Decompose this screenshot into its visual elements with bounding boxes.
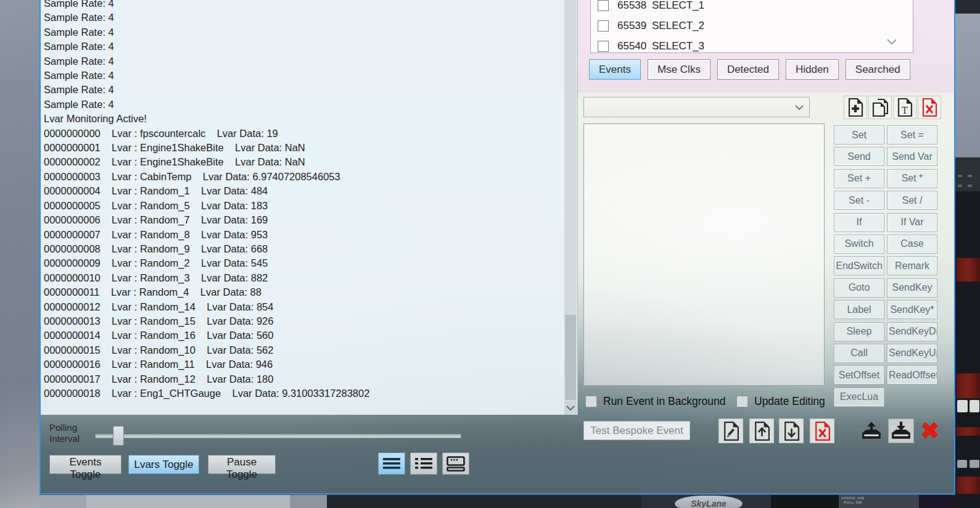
green-led (968, 185, 972, 187)
tab-mse-clks[interactable]: Mse Clks (648, 59, 710, 80)
list-item[interactable]: 65540 SELECT_3 (591, 36, 913, 53)
cockpit-photo-strip: SkyLane STATIC AIR PULL ON (39, 495, 955, 508)
action-case[interactable]: Case (887, 235, 937, 254)
log-scroll-down-button[interactable] (564, 401, 577, 415)
red-led-display (957, 373, 980, 398)
action-sendkey[interactable]: SendKey (887, 278, 937, 298)
action-set-mul[interactable]: Set * (887, 169, 937, 188)
action-remark[interactable]: Remark (887, 256, 937, 275)
tab-hidden[interactable]: Hidden (786, 59, 839, 80)
log-line: Lvar Monitoring Active! (44, 112, 369, 126)
list-item[interactable]: 65539 SELECT_2 (591, 16, 913, 35)
import-button[interactable] (859, 418, 884, 443)
log-scrollbar[interactable] (564, 0, 577, 415)
action-sleep[interactable]: Sleep (834, 322, 884, 341)
action-button-grid: Set Set = Send Send Var Set + Set * Set … (834, 125, 937, 407)
checkbox[interactable] (598, 41, 609, 52)
checkbox[interactable] (598, 0, 609, 11)
checkbox-label: Run Event in Background (603, 395, 725, 408)
skylane-badge: SkyLane (675, 496, 743, 508)
bespoke-event-listbox[interactable] (583, 123, 825, 386)
edit-document-icon (723, 422, 739, 441)
log-line: 0000000001 Lvar : Engine1ShakeBite Lvar … (44, 141, 369, 155)
run-event-background-checkbox[interactable] (585, 396, 597, 407)
photo-segment (327, 495, 641, 508)
action-call[interactable]: Call (834, 344, 884, 363)
log-line: 0000000003 Lvar : CabinTemp Lvar Data: 6… (44, 170, 369, 184)
log-scrollbar-thumb[interactable] (565, 315, 576, 400)
view-list-button[interactable] (410, 452, 437, 475)
desktop-background-left (0, 0, 39, 508)
avionics-photo-strip (955, 0, 980, 508)
screen: SkyLane STATIC AIR PULL ON Sample Rate: … (0, 0, 980, 508)
event-select-list[interactable]: 65538 SELECT_1 65539 SELECT_2 65540 SELE… (590, 0, 913, 53)
text-document-button[interactable]: T (893, 96, 916, 119)
update-editing-checkbox[interactable] (736, 396, 748, 407)
action-set-minus[interactable]: Set - (834, 191, 884, 210)
action-if[interactable]: If (834, 213, 884, 232)
action-set-div[interactable]: Set / (887, 191, 937, 210)
test-bespoke-event-button[interactable]: Test Bespoke Event (583, 421, 690, 440)
events-toggle-button[interactable]: Events Toggle (49, 455, 121, 474)
log-line: Sample Rate: 4 (44, 10, 369, 25)
view-window-button[interactable] (442, 452, 469, 475)
app-window: Sample Rate: 4 Sample Rate: 4 Sample Rat… (39, 0, 955, 494)
action-readoffset[interactable]: ReadOffset (887, 365, 937, 385)
edit-event-button[interactable] (719, 418, 743, 443)
action-set-eq[interactable]: Set = (887, 125, 937, 144)
delete-document-button[interactable] (918, 96, 941, 119)
polling-interval-slider[interactable] (95, 434, 461, 438)
delete-event-button[interactable] (810, 418, 834, 443)
chevron-down-icon (566, 406, 575, 411)
action-set-plus[interactable]: Set + (834, 169, 884, 188)
action-sendkeydn[interactable]: SendKeyDn (887, 322, 937, 341)
polling-interval-slider-thumb[interactable] (113, 426, 124, 446)
log-line: Sample Rate: 4 (44, 83, 369, 97)
tab-events[interactable]: Events (589, 59, 641, 80)
pause-toggle-button[interactable]: Pause Toggle (208, 455, 276, 474)
log-line: Sample Rate: 4 (44, 54, 369, 69)
tab-searched[interactable]: Searched (846, 59, 910, 80)
action-goto[interactable]: Goto (834, 278, 884, 298)
log-line: 0000000012 Lvar : Random_14 Lvar Data: 8… (44, 300, 369, 314)
log-lines: Sample Rate: 4 Sample Rate: 4 Sample Rat… (44, 0, 369, 401)
action-sendkeyup[interactable]: SendKeyUp (887, 344, 937, 363)
tab-detected[interactable]: Detected (717, 59, 779, 80)
red-led-display (957, 477, 980, 494)
log-line: 0000000005 Lvar : Random_5 Lvar Data: 18… (44, 199, 369, 213)
action-execlua[interactable]: ExecLua (834, 388, 884, 407)
add-document-button[interactable] (844, 96, 867, 119)
red-x-icon: ✖ (920, 419, 940, 443)
move-down-button[interactable] (779, 418, 804, 443)
text-document-icon: T (897, 98, 913, 117)
checkbox[interactable] (598, 20, 609, 31)
red-led-display (957, 258, 980, 281)
red-led-display (957, 427, 980, 436)
log-line: Sample Rate: 4 (44, 25, 369, 40)
action-endswitch[interactable]: EndSwitch (834, 256, 884, 275)
action-set[interactable]: Set (834, 125, 884, 144)
list-item[interactable]: 65538 SELECT_1 (591, 0, 913, 15)
event-id: 65540 (617, 40, 652, 52)
close-delete-all-button[interactable]: ✖ (916, 417, 944, 444)
green-led (958, 185, 962, 187)
action-sendkey-star[interactable]: SendKey* (887, 300, 937, 319)
copy-document-button[interactable] (868, 96, 892, 119)
action-label[interactable]: Label (834, 300, 884, 319)
lvars-toggle-button[interactable]: Lvars Toggle (128, 455, 199, 474)
action-setoffset[interactable]: SetOffset (834, 365, 884, 385)
action-if-var[interactable]: If Var (887, 213, 937, 232)
action-send[interactable]: Send (834, 147, 884, 166)
action-send-var[interactable]: Send Var (887, 147, 937, 166)
green-led (958, 175, 962, 177)
export-button[interactable] (888, 418, 914, 443)
svg-text:T: T (902, 106, 908, 115)
action-switch[interactable]: Switch (834, 235, 884, 254)
view-lines-button[interactable] (378, 452, 405, 475)
log-panel[interactable]: Sample Rate: 4 Sample Rate: 4 Sample Rat… (41, 0, 578, 415)
move-up-button[interactable] (749, 418, 774, 443)
log-line: 0000000013 Lvar : Random_15 Lvar Data: 9… (44, 314, 369, 328)
event-combobox[interactable] (583, 97, 810, 117)
chevron-down-icon (795, 105, 804, 110)
chevron-down-icon[interactable] (887, 39, 897, 45)
